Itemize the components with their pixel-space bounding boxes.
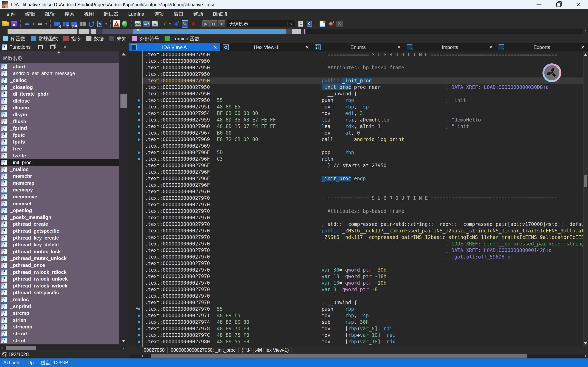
tab-imports[interactable]: Imports	[404, 43, 496, 51]
close-button[interactable]	[568, 0, 588, 9]
tab-close-icon[interactable]	[397, 45, 401, 50]
menu-item-5[interactable]: 视图	[79, 9, 99, 19]
scrollbar-thumb[interactable]	[121, 94, 127, 108]
disasm-line[interactable]: .text:0000000000027970	[143, 201, 583, 208]
minimize-button[interactable]	[529, 0, 549, 9]
ida-view-disassembly[interactable]: .text:0000000000027950; ============== S…	[129, 51, 583, 347]
disasm-line[interactable]: .text:000000000002796FC3retn	[143, 156, 583, 162]
disasm-line[interactable]: .text:000000000002797448 83 EC 30sub rsp…	[143, 319, 583, 325]
function-row[interactable]: f_strtod	[0, 330, 119, 337]
function-row[interactable]: f_memchr	[0, 173, 119, 180]
navband-segment-4[interactable]	[89, 29, 91, 34]
disasm-line[interactable]: .text:0000000000027970; .got.plt:off_598…	[143, 254, 583, 260]
string-dropdown-icon[interactable]	[168, 19, 172, 28]
breakpoint-list-icon[interactable]	[318, 19, 327, 28]
navband-segment-9[interactable]	[286, 29, 292, 34]
detach-process-icon[interactable]	[305, 19, 313, 28]
function-row[interactable]: f_memcpy	[0, 187, 119, 193]
menu-item-8[interactable]: 选项	[149, 9, 169, 19]
disasm-line[interactable]: .text:000000000002795948 8D 35 A3 E7 FE …	[143, 117, 583, 123]
menu-item-11[interactable]: BinDiff	[208, 9, 232, 19]
disasm-line[interactable]: .text:0000000000027970; std::__compresse…	[143, 221, 583, 227]
disasm-line[interactable]: .text:000000000002797148 89 E5mov rbp, r…	[143, 312, 583, 319]
tab-close-icon[interactable]	[213, 45, 217, 50]
menu-item-6[interactable]: 调试器	[99, 9, 123, 19]
menu-item-1[interactable]: 文件	[1, 9, 20, 19]
restore-button[interactable]	[549, 0, 568, 9]
navigate-forward-icon[interactable]	[36, 19, 44, 28]
function-row[interactable]: f_pthread_rwlock_wrlock	[0, 282, 119, 289]
function-row[interactable]: f_pthread_key_delete	[0, 241, 119, 248]
scroll-left-icon[interactable]: ‹	[1, 346, 3, 350]
navigator-icon[interactable]	[121, 19, 129, 28]
disasm-line[interactable]: .text:0000000000027970var_18= qword ptr …	[143, 273, 583, 280]
disasm-line[interactable]: .text:000000000002797055push rbp	[143, 306, 583, 312]
navband-segment-7[interactable]	[103, 29, 133, 34]
tab-close-icon[interactable]	[305, 45, 309, 50]
panel-maximize-icon[interactable]	[38, 45, 43, 49]
scroll-right-icon[interactable]: ›	[123, 346, 125, 350]
tab-ida-view-a[interactable]: IDA View-A	[129, 43, 221, 51]
scroll-right-icon[interactable]: ›	[585, 354, 586, 358]
disasm-line[interactable]: .text:0000000000027950_init_proc proc ne…	[143, 84, 583, 91]
disasm-line[interactable]: .text:0000000000027970; ============== S…	[143, 195, 583, 201]
disasm-line[interactable]: .text:0000000000027969	[143, 143, 583, 149]
navband-segment-6[interactable]	[96, 29, 103, 34]
disassembly-vertical-scrollbar[interactable]	[583, 51, 588, 347]
menu-item-7[interactable]: Lumina	[123, 9, 149, 19]
function-row[interactable]: f_pthread_once	[0, 262, 119, 269]
function-row[interactable]: f_snprintf	[0, 303, 119, 310]
make-string-icon[interactable]: 's	[159, 19, 168, 28]
function-row[interactable]: f_realloc	[0, 296, 119, 303]
navband-segment-2[interactable]	[77, 29, 79, 34]
function-row[interactable]: f_dlsym	[0, 111, 119, 118]
disasm-line[interactable]: .text:0000000000027970	[143, 188, 583, 195]
scroll-down-icon[interactable]	[584, 342, 587, 345]
panel-close-icon[interactable]: ✕	[63, 44, 67, 50]
function-row[interactable]: f_fputc	[0, 132, 119, 139]
problems-icon[interactable]	[113, 20, 120, 27]
function-row[interactable]: f_memset	[0, 200, 119, 207]
disasm-line[interactable]: .text:0000000000027967B0 00mov al, 0	[143, 130, 583, 136]
disasm-line[interactable]: .text:0000000000027950; __unwind {	[143, 91, 583, 97]
tab-enums[interactable]: Enums	[312, 43, 404, 51]
function-row[interactable]: f_malloc	[0, 166, 119, 173]
disasm-line[interactable]: .text:0000000000027970; __unwind {	[143, 299, 583, 306]
debug-run-icon[interactable]: ▶	[202, 20, 210, 27]
functions-column-header[interactable]: 函数名称	[0, 51, 119, 64]
function-row[interactable]: f_pthread_rwlock_rdlock	[0, 269, 119, 276]
disasm-line[interactable]: .text:000000000002796048 8D 15 07 E4 FE …	[143, 123, 583, 130]
panel-float-icon[interactable]	[51, 45, 55, 49]
functions-vertical-scrollbar[interactable]	[119, 51, 129, 344]
edit-rename-icon[interactable]	[181, 19, 189, 28]
disasm-line[interactable]: .text:000000000002796E5Dpop rbp	[143, 149, 583, 156]
functions-horizontal-scrollbar[interactable]: ‹ ›	[0, 345, 126, 350]
disasm-line[interactable]: .text:0000000000027950public _init_proc	[143, 77, 583, 84]
navband-segment-10[interactable]	[292, 29, 301, 34]
disasm-line[interactable]: .text:0000000000027970var_8= qword ptr -…	[143, 286, 583, 293]
menu-item-10[interactable]: 帮助	[189, 9, 208, 19]
function-row[interactable]: f_fwrite	[0, 152, 119, 159]
menu-item-4[interactable]: 搜索	[60, 9, 79, 19]
forward-dropdown-icon[interactable]	[44, 19, 48, 28]
navigation-band[interactable]: ▸◂ ▸◂	[0, 29, 588, 34]
function-row[interactable]: f_strtof	[0, 337, 119, 344]
back-dropdown-icon[interactable]	[32, 19, 35, 28]
jump-up-icon[interactable]	[87, 19, 95, 28]
debugger-combo[interactable]: 无调试器	[227, 20, 295, 28]
disasm-line[interactable]: .text:0000000000027970public _ZNSt6__ndk…	[143, 227, 583, 234]
function-row[interactable]: f_posix_memalign	[0, 214, 119, 221]
open-file-icon[interactable]	[1, 19, 9, 28]
function-row[interactable]: f_pthread_getspecific	[0, 227, 119, 234]
scroll-down-icon[interactable]	[122, 340, 126, 342]
function-row[interactable]: f_dlclose	[0, 98, 119, 104]
function-row[interactable]: f_fputs	[0, 139, 119, 146]
breakpoint-disabled-icon[interactable]	[336, 19, 344, 28]
make-code-icon[interactable]: CODE	[134, 19, 142, 28]
function-row[interactable]: f_android_set_abort_message	[0, 70, 119, 77]
disasm-line[interactable]: .text:000000000002796F_init_proc endp	[143, 175, 583, 182]
debug-pause-icon[interactable]: ▮▮	[210, 20, 217, 27]
disasm-line[interactable]: .text:0000000000027970_ZNSt6__ndk117__co…	[143, 234, 583, 241]
function-row[interactable]: f_pthread_key_create	[0, 234, 119, 242]
function-row[interactable]: f_init_proc	[0, 159, 119, 166]
